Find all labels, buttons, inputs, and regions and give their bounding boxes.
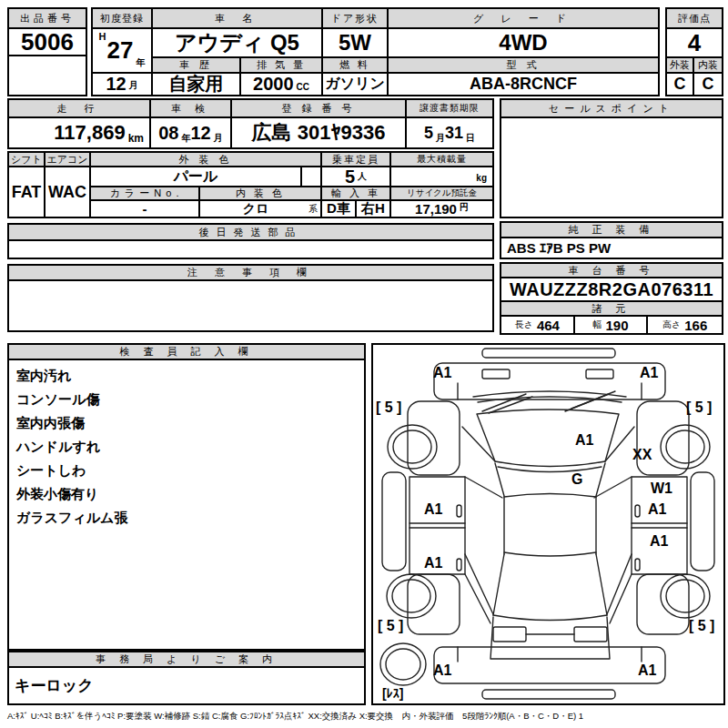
mileage-unit: km (128, 132, 144, 147)
mileage-value: 117,869 (54, 121, 125, 145)
office-notice-header: 事 務 局 よ り ご 案 内 (9, 652, 364, 668)
shaken-header: 車 検 (151, 100, 232, 118)
width-value: 190 (605, 318, 628, 333)
caution-block: 注 意 事 項 欄 (7, 264, 494, 332)
model-code-value: ABA-8RCNCF (389, 74, 658, 95)
recycle-header: リサイクル預託金 (391, 187, 492, 201)
length-value: 464 (537, 318, 560, 333)
damage-mark-right-fender: XX (632, 447, 652, 463)
damage-mark-left-front-door: A1 (424, 501, 442, 518)
damage-diagram-block: A1 A1 [ 5 ] [ 5 ] A1 XX G W1 A1 A1 A1 A1… (371, 343, 725, 705)
inspector-block: 検 査 員 記 入 欄 室内汚れ コンソール傷 室内内張傷 ハンドルすれ シート… (7, 343, 366, 651)
shaken-month: 12 (191, 123, 211, 144)
auction-no-block: 出品番号 5006 (7, 7, 87, 96)
displacement-cell: 2000 CC (241, 74, 323, 95)
sales-point-header: セールスポイント (501, 100, 722, 118)
damage-mark-right-rear-door: A1 (650, 533, 668, 550)
later-parts-block: 後日発送部品 (7, 223, 494, 259)
mileage-header: 走 行 (9, 100, 151, 118)
later-parts-value (9, 241, 492, 258)
car-name-header: 車 名 (153, 9, 323, 29)
deadline-month-unit: 月 (436, 132, 445, 147)
damage-code-legend: A:ｷｽﾞ U:ﾍｺﾐ B:ｷｽﾞを伴うﾍｺﾐ P:要塗装 W:補修跡 S:錆 … (7, 711, 725, 723)
model-code-header: 型 式 (389, 58, 658, 74)
import-type: D車 (322, 201, 357, 217)
first-reg-year-cell: H 27 年 (93, 29, 153, 74)
first-reg-month-cell: 12 月 (93, 74, 153, 95)
payload-header: 最大積載量 (391, 153, 492, 167)
era-mark: H (99, 29, 106, 42)
equipment-block: シフト エアコン 外 装 色 乗車定員 最大積載量 FAT WAC パール 5 … (7, 151, 494, 218)
ac-header: エアコン (46, 153, 91, 167)
plate-header: 登 録 番 号 (232, 100, 407, 118)
shift-header: シフト (9, 153, 46, 167)
height-label: 高さ (662, 318, 681, 331)
vin-header: 車 台 番 号 (501, 264, 722, 278)
deadline-header: 譲渡書類期限 (407, 100, 492, 118)
ac-value: WAC (46, 167, 91, 217)
capacity-unit: 人 (358, 170, 367, 186)
damage-mark-rear-bumper-left: A1 (433, 662, 451, 679)
inspector-note: コンソール傷 (16, 388, 357, 411)
score-value: 4 (667, 29, 722, 58)
grade-header: グ レ ー ド (389, 9, 658, 29)
auction-no-value: 5006 (9, 29, 86, 56)
spare-tire-less-mark: [ﾚｽ] (382, 685, 403, 702)
oem-equip-block: 純 正 装 備 ABS ｴｱB PS PW (500, 221, 723, 259)
height-value: 166 (684, 318, 707, 333)
inspector-note: 室内汚れ (16, 364, 357, 388)
mileage-cell: 117,869 km (9, 118, 151, 147)
inspector-note: 外装小傷有り (16, 482, 357, 506)
later-parts-header: 後日発送部品 (9, 225, 492, 241)
interior-grade: C (694, 74, 722, 95)
color-no-header: カ ラ ー N o . (91, 187, 200, 201)
first-reg-month: 12 (106, 74, 126, 95)
inspector-header: 検 査 員 記 入 欄 (9, 345, 364, 360)
shaken-year-unit: 年 (182, 132, 191, 147)
first-reg-header: 初度登録 (93, 9, 153, 29)
damage-mark-rear-bumper-right: A1 (638, 662, 656, 679)
recycle-cell: 17,190 円 (391, 201, 492, 217)
inspector-note: ガラスフィルム張 (16, 506, 357, 530)
tire-grade-rear-left: [ 5 ] (378, 618, 403, 634)
width-label: 幅 (592, 318, 602, 331)
tire-grade-front-right: [ 5 ] (686, 399, 712, 416)
fuel-header: 燃 料 (323, 58, 389, 74)
damage-mark-front-bumper-left: A1 (433, 365, 451, 381)
interior-header: 内装 (694, 58, 722, 74)
damage-mark-left-rear-door: A1 (424, 555, 442, 571)
damage-mark-front-glass: G (571, 471, 582, 488)
handle-position: 右H (357, 201, 389, 217)
capacity-cell: 5 人 (322, 167, 391, 187)
caution-value (9, 281, 492, 330)
spec-header: 諸 元 (501, 302, 722, 317)
oem-equip-value: ABS ｴｱB PS PW (501, 238, 722, 258)
registration-block: 走 行 車 検 登 録 番 号 譲渡書類期限 117,869 km 08 年 1… (7, 98, 494, 149)
import-header: 輸 入 車 (322, 187, 391, 201)
month-unit: 月 (129, 79, 138, 95)
deadline-day-unit: 日 (466, 132, 475, 147)
fuel-value: ガソリン (323, 74, 389, 95)
spec-height-cell: 高さ 166 (648, 317, 722, 333)
shaken-month-unit: 月 (214, 132, 223, 147)
spec-row: 長さ 464 幅 190 高さ 166 (501, 317, 722, 333)
inspector-note: シートしわ (16, 459, 357, 482)
oem-equip-header: 純 正 装 備 (501, 223, 722, 238)
spec-length-cell: 長さ 464 (501, 317, 575, 333)
payload-cell: kg (391, 167, 492, 187)
deadline-month: 5 (424, 124, 433, 143)
capacity-value: 5 (345, 167, 355, 187)
displacement-value: 2000 (253, 74, 294, 95)
inspector-note: 室内内張傷 (16, 411, 357, 435)
auction-no-header: 出品番号 (9, 9, 86, 29)
history-value: 自家用 (153, 74, 241, 95)
recycle-value: 17,190 (415, 201, 457, 217)
caution-header: 注 意 事 項 欄 (9, 266, 492, 281)
door-shape-value: 5W (323, 29, 389, 58)
shaken-year: 08 (158, 123, 178, 144)
year-unit: 年 (136, 56, 145, 72)
color-no-value: - (91, 201, 200, 217)
length-label: 長さ (515, 318, 533, 331)
score-block: 評価点 4 外装 内装 C C (665, 7, 723, 96)
door-shape-header: ドア形状 (323, 9, 389, 29)
